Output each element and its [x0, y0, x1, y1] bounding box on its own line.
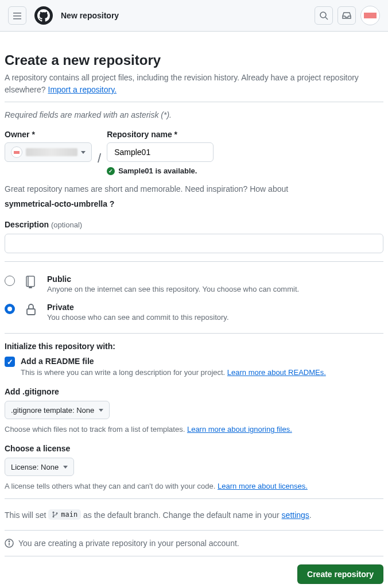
menu-button[interactable] [8, 6, 26, 25]
default-branch-text: This will set main as the default branch… [5, 509, 383, 520]
svg-rect-2 [26, 276, 34, 287]
svg-line-1 [325, 17, 328, 20]
readme-desc: This is where you can write a long descr… [21, 368, 326, 377]
owner-field-group: Owner * [5, 130, 92, 162]
gitignore-help: Choose which files not to track from a l… [5, 425, 383, 434]
import-repo-link[interactable]: Import a repository. [48, 85, 117, 94]
settings-link[interactable]: settings [282, 510, 309, 520]
readme-title: Add a README file [21, 357, 326, 366]
divider [5, 530, 383, 531]
name-hint: Great repository names are short and mem… [5, 184, 383, 194]
license-dropdown[interactable]: License: None [5, 458, 74, 476]
info-banner: You are creating a private repository in… [5, 539, 383, 548]
lock-icon [24, 303, 38, 316]
divider [5, 261, 383, 262]
private-desc: You choose who can see and commit to thi… [47, 313, 383, 322]
owner-avatar [11, 146, 22, 158]
branch-tag: main [48, 509, 81, 520]
page-heading: Create a new repository [5, 52, 383, 68]
repo-icon [24, 274, 38, 288]
inbox-button[interactable] [337, 6, 356, 25]
readme-learn-link[interactable]: Learn more about READMEs. [227, 368, 326, 377]
readme-checkbox[interactable] [5, 357, 15, 367]
public-desc: Anyone on the internet can see this repo… [47, 285, 383, 293]
check-circle-icon [107, 167, 115, 175]
user-avatar-button[interactable] [360, 6, 380, 25]
license-help: A license tells others what they can and… [5, 482, 383, 490]
svg-point-6 [53, 516, 55, 517]
description-label: Description (optional) [5, 220, 383, 229]
reponame-label: Repository name * [107, 130, 214, 139]
radio-public[interactable] [5, 276, 15, 286]
info-icon [5, 539, 14, 548]
license-learn-link[interactable]: Learn more about licenses. [218, 482, 308, 490]
chevron-down-icon [81, 151, 86, 154]
divider [5, 556, 383, 556]
description-input[interactable] [5, 234, 383, 253]
header-right [315, 6, 380, 25]
chevron-down-icon [63, 466, 68, 469]
hamburger-icon [13, 11, 22, 20]
visibility-private-row[interactable]: Private You choose who can see and commi… [5, 298, 383, 326]
header-left: New repository [8, 6, 119, 25]
owner-select-button[interactable] [5, 142, 92, 162]
search-button[interactable] [315, 6, 333, 25]
gitignore-learn-link[interactable]: Learn more about ignoring files. [187, 425, 292, 434]
gitignore-dropdown[interactable]: .gitignore template: None [5, 401, 110, 419]
git-branch-icon [52, 511, 59, 518]
svg-point-10 [9, 541, 10, 542]
license-label: Choose a license [5, 444, 383, 453]
visibility-section: Public Anyone on the internet can see th… [5, 270, 383, 326]
reponame-input[interactable] [107, 142, 214, 162]
svg-point-0 [320, 12, 326, 18]
owner-label: Owner * [5, 130, 92, 139]
chevron-down-icon [99, 409, 103, 412]
github-logo[interactable] [34, 6, 53, 25]
submit-row: Create repository [5, 564, 383, 584]
avatar-image [364, 13, 377, 18]
owner-repo-row: Owner * / Repository name * Sample01 is … [5, 130, 383, 175]
readme-row: Add a README file This is where you can … [5, 357, 383, 377]
public-title: Public [47, 274, 383, 284]
svg-point-5 [53, 512, 55, 513]
visibility-public-row[interactable]: Public Anyone on the internet can see th… [5, 270, 383, 298]
inbox-icon [342, 11, 351, 20]
divider [5, 333, 383, 334]
app-header: New repository [0, 0, 388, 32]
create-repository-button[interactable]: Create repository [297, 564, 383, 584]
reponame-field-group: Repository name * Sample01 is available. [107, 130, 214, 175]
main-content: Create a new repository A repository con… [0, 52, 388, 588]
divider [5, 498, 383, 499]
owner-name-redacted [26, 148, 77, 156]
page-subtitle: A repository contains all project files,… [5, 72, 383, 96]
init-section-title: Initialize this repository with: [5, 342, 383, 351]
name-suggestion: symmetrical-octo-umbrella ? [5, 199, 383, 208]
divider [5, 102, 383, 102]
svg-rect-4 [27, 309, 35, 315]
gitignore-label: Add .gitignore [5, 387, 383, 396]
availability-message: Sample01 is available. [107, 167, 214, 175]
page-context-title: New repository [61, 11, 119, 20]
search-icon [319, 11, 328, 20]
required-fields-note: Required fields are marked with an aster… [5, 110, 383, 119]
slash-separator: / [98, 151, 101, 166]
svg-point-7 [56, 512, 58, 514]
github-icon [37, 9, 50, 22]
private-title: Private [47, 303, 383, 312]
radio-private[interactable] [5, 304, 15, 314]
